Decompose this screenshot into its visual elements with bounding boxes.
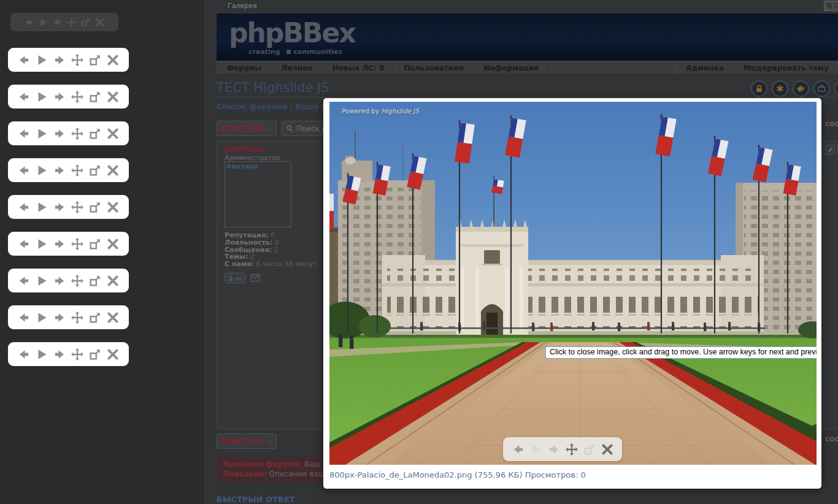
next-icon[interactable]	[53, 311, 66, 324]
nav-users[interactable]: Пользователи	[394, 61, 474, 74]
next-icon[interactable]	[52, 17, 63, 28]
previous-icon[interactable]	[17, 53, 31, 67]
next-icon[interactable]	[53, 237, 66, 251]
previous-icon[interactable]	[17, 127, 31, 140]
announce-topic-button[interactable]	[793, 80, 809, 97]
close-icon[interactable]	[94, 17, 105, 28]
highslide-controlbar[interactable]	[8, 342, 129, 366]
next-icon[interactable]	[53, 348, 66, 361]
play-icon[interactable]	[35, 90, 48, 104]
previous-icon[interactable]	[17, 164, 31, 177]
post-subject-link-clipped-2[interactable]: сооб	[825, 435, 838, 443]
gallery-link[interactable]: Галерея	[228, 2, 257, 10]
nav-new-pm[interactable]: Новых ЛС: 0	[323, 61, 394, 74]
previous-icon[interactable]	[17, 348, 31, 361]
important-topic-button[interactable]	[772, 80, 788, 97]
highslide-controlbar[interactable]	[8, 158, 129, 182]
highslide-controlbar[interactable]	[8, 232, 129, 256]
post-author-link[interactable]: JoteRuso	[225, 144, 264, 153]
close-icon[interactable]	[106, 90, 120, 104]
site-logo[interactable]: phpBBex	[229, 17, 355, 48]
move-icon[interactable]	[71, 237, 84, 251]
move-icon[interactable]	[71, 90, 84, 104]
next-icon[interactable]	[547, 443, 561, 456]
full-expand-icon[interactable]	[88, 53, 102, 67]
previous-icon[interactable]	[24, 17, 34, 28]
global-search-input[interactable]: Поиск	[824, 1, 838, 11]
highslide-controlbar[interactable]	[8, 195, 129, 219]
play-icon[interactable]	[35, 53, 48, 67]
lightbox-controlbar[interactable]	[503, 437, 622, 461]
move-icon[interactable]	[565, 443, 579, 456]
move-icon[interactable]	[66, 17, 77, 28]
full-expand-icon[interactable]	[80, 17, 91, 28]
previous-icon[interactable]	[17, 311, 31, 324]
play-icon[interactable]	[529, 443, 543, 456]
full-expand-icon[interactable]	[88, 90, 102, 104]
highslide-controlbar[interactable]	[8, 269, 129, 292]
play-icon[interactable]	[35, 200, 48, 214]
highslide-controlbar-dimmed[interactable]	[10, 13, 118, 31]
previous-icon[interactable]	[512, 443, 525, 456]
next-icon[interactable]	[53, 200, 66, 214]
play-icon[interactable]	[38, 17, 48, 28]
reply-button-bottom[interactable]: ОТВЕТИТЬ ↙	[217, 433, 277, 449]
close-icon[interactable]	[106, 348, 120, 361]
full-expand-icon[interactable]	[583, 443, 596, 456]
full-expand-icon[interactable]	[88, 311, 102, 324]
play-icon[interactable]	[35, 164, 48, 177]
highslide-controlbar[interactable]	[8, 48, 129, 72]
nav-moderate[interactable]: Модерировать тему	[734, 61, 838, 74]
highslide-credits[interactable]: Powered by Highslide JS	[342, 107, 419, 115]
previous-icon[interactable]	[17, 237, 31, 251]
print-topic-button[interactable]	[834, 80, 838, 97]
next-icon[interactable]	[53, 127, 66, 140]
previous-icon[interactable]	[17, 274, 31, 288]
full-expand-icon[interactable]	[88, 274, 102, 288]
lightbox-photo[interactable]: Powered by Highslide JS Click to close i…	[329, 102, 817, 465]
move-icon[interactable]	[71, 311, 84, 324]
close-icon[interactable]	[106, 274, 120, 288]
full-expand-icon[interactable]	[88, 127, 102, 140]
email-button[interactable]	[250, 274, 260, 282]
close-icon[interactable]	[106, 237, 120, 251]
move-icon[interactable]	[71, 127, 84, 140]
highslide-controlbar[interactable]	[8, 85, 129, 109]
close-icon[interactable]	[106, 53, 120, 67]
move-icon[interactable]	[71, 274, 84, 288]
full-expand-icon[interactable]	[88, 200, 102, 214]
next-icon[interactable]	[53, 90, 66, 104]
play-icon[interactable]	[35, 348, 48, 361]
close-icon[interactable]	[601, 443, 614, 456]
nav-admin[interactable]: Админка	[676, 61, 734, 74]
move-icon[interactable]	[71, 200, 84, 214]
previous-icon[interactable]	[17, 90, 31, 104]
bookmark-topic-button[interactable]	[813, 80, 830, 97]
close-icon[interactable]	[106, 164, 120, 177]
move-icon[interactable]	[71, 348, 84, 361]
reply-button-top[interactable]: ОТВЕТИТЬ ↙	[217, 121, 277, 136]
full-expand-icon[interactable]	[88, 348, 102, 361]
close-icon[interactable]	[106, 311, 120, 324]
close-icon[interactable]	[106, 200, 120, 214]
next-icon[interactable]	[53, 274, 66, 288]
play-icon[interactable]	[35, 127, 48, 140]
highslide-controlbar[interactable]	[8, 305, 129, 329]
pm-button[interactable]: лс	[225, 273, 245, 283]
edit-post-button[interactable]	[825, 145, 835, 155]
close-icon[interactable]	[106, 127, 120, 140]
move-icon[interactable]	[71, 53, 84, 67]
highslide-controlbar[interactable]	[8, 121, 129, 145]
nav-personal[interactable]: Личное	[271, 61, 322, 74]
play-icon[interactable]	[35, 274, 48, 288]
next-icon[interactable]	[53, 164, 66, 177]
move-icon[interactable]	[71, 164, 84, 177]
play-icon[interactable]	[35, 311, 48, 324]
post-subject-link-clipped[interactable]: сооб	[825, 120, 838, 128]
nav-info[interactable]: Информация	[474, 61, 548, 74]
play-icon[interactable]	[35, 237, 48, 251]
lock-topic-button[interactable]	[751, 80, 767, 97]
previous-icon[interactable]	[17, 200, 31, 214]
full-expand-icon[interactable]	[88, 237, 102, 251]
nav-forums[interactable]: Форумы	[217, 61, 271, 74]
